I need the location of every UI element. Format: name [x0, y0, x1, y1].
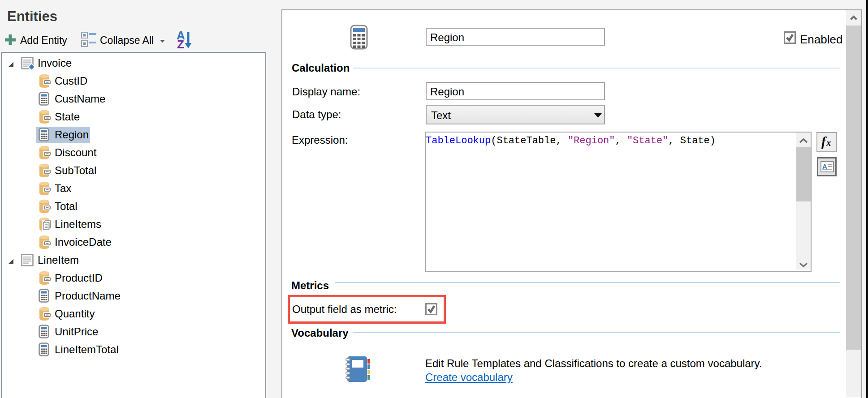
- svg-text:Z: Z: [177, 38, 184, 51]
